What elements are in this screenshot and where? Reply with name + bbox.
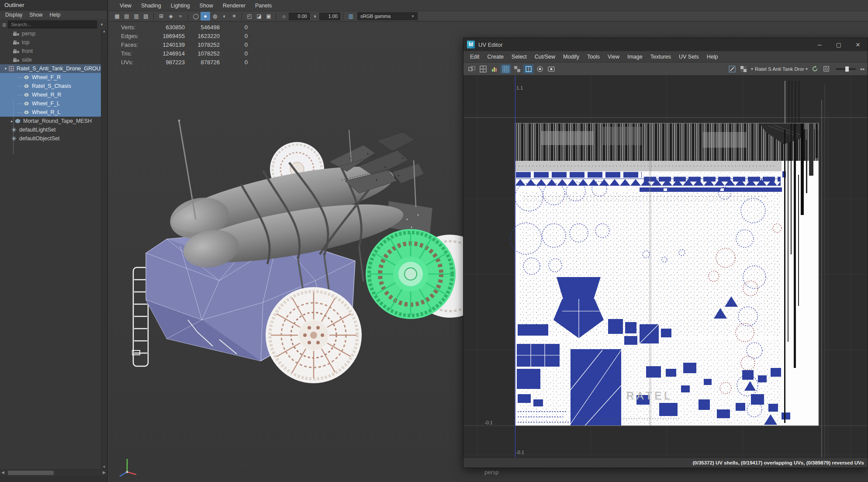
color-management-icon[interactable]: ▥: [346, 12, 356, 21]
uv-grid-blue-icon[interactable]: [500, 64, 511, 74]
menu-lighting[interactable]: Lighting: [166, 3, 195, 9]
menu-uv-sets[interactable]: UV Sets: [675, 54, 703, 60]
outliner-item-mortar-mesh[interactable]: ▸ Mortar_Round_Tape_MESH: [0, 117, 101, 125]
textured-icon[interactable]: ◍: [210, 12, 220, 21]
menu-cut-sew[interactable]: Cut/Sew: [531, 54, 559, 60]
scroll-right-icon[interactable]: ▶: [103, 470, 106, 475]
close-button[interactable]: ✕: [848, 38, 868, 51]
uv-texture-borders-icon[interactable]: [523, 64, 534, 74]
grid-top-icon[interactable]: ▤: [122, 12, 131, 21]
outliner-item-group[interactable]: ▼ Ratel_S_Anti_Tank_Drone_GROUP: [0, 64, 101, 73]
uv-distortion-icon[interactable]: [489, 64, 500, 74]
separator: [153, 13, 154, 20]
exposure-field[interactable]: [289, 13, 310, 20]
poly-count-hud: Verts:6308505464980 Edges:18694551623220…: [121, 23, 248, 67]
menu-textures[interactable]: Textures: [647, 54, 675, 60]
outliner-item-top[interactable]: top: [0, 38, 101, 47]
wireframe-icon[interactable]: ◯: [191, 12, 201, 21]
minimize-button[interactable]: ─: [810, 38, 829, 51]
grid-label-1-1: 1.1: [516, 85, 523, 90]
maya-app: { "outliner": { "title": "Outliner", "me…: [0, 0, 868, 482]
menu-view[interactable]: View: [604, 54, 623, 60]
grid-side-icon[interactable]: ▥: [131, 12, 141, 21]
uv-shade-icon[interactable]: [534, 64, 545, 74]
front-wheel-white: [266, 287, 362, 383]
outliner-item-persp[interactable]: persp: [0, 29, 101, 38]
grid-label-left: -0.1: [484, 420, 493, 425]
outliner-item-wheel-r-l[interactable]: Wheel_R_L: [0, 108, 101, 117]
tree-connector: [17, 104, 23, 104]
maximize-button[interactable]: ▢: [829, 38, 848, 51]
isolate-select-icon[interactable]: ◰: [245, 12, 254, 21]
menu-create[interactable]: Create: [484, 54, 508, 60]
menu-edit[interactable]: Edit: [466, 54, 484, 60]
menu-display[interactable]: Display: [2, 12, 26, 18]
scrollbar-thumb[interactable]: [8, 471, 54, 475]
texture-name: Ratel S Anti Tank Dror: [755, 66, 804, 72]
uv-layout-icon[interactable]: [477, 64, 488, 74]
outliner-item-default-light-set[interactable]: defaultLightSet: [0, 125, 101, 134]
refresh-icon[interactable]: [809, 64, 820, 74]
filter-icon[interactable]: ▥: [2, 22, 6, 27]
menu-renderer[interactable]: Renderer: [218, 3, 250, 9]
menu-modify[interactable]: Modify: [559, 54, 583, 60]
menu-tools[interactable]: Tools: [583, 54, 604, 60]
expand-arrow-icon[interactable]: ▸: [9, 119, 15, 123]
outliner-item-default-object-set[interactable]: defaultObjectSet: [0, 134, 101, 143]
snap-curve-icon[interactable]: ≈: [176, 12, 185, 21]
uv-texture-edit-icon[interactable]: [727, 64, 738, 74]
uv-snapshot-icon[interactable]: [466, 64, 477, 74]
shaded-icon[interactable]: ●: [201, 12, 210, 21]
snap-point-icon[interactable]: ◈: [166, 12, 176, 21]
exposure-icon: ☼: [279, 12, 289, 21]
uv-canvas[interactable]: RATEL 1.1 -0.1 -0.1: [463, 76, 868, 458]
menu-help[interactable]: Help: [46, 12, 64, 18]
uv-checker-toggle-icon[interactable]: [512, 64, 522, 74]
outliner-item-wheel-r-r[interactable]: Wheel_R_R: [0, 90, 101, 99]
window-title: UV Editor: [478, 42, 503, 48]
outliner-horizontal-scrollbar[interactable]: ◀ ▶: [0, 469, 107, 476]
grid-all-icon[interactable]: ▦: [112, 12, 122, 21]
menu-show[interactable]: Show: [195, 3, 218, 9]
slider-thumb[interactable]: [845, 66, 849, 72]
use-lights-icon[interactable]: ☀: [229, 12, 239, 21]
menu-show[interactable]: Show: [26, 12, 46, 18]
item-label: persp: [22, 31, 35, 37]
menu-help[interactable]: Help: [703, 54, 722, 60]
menu-view[interactable]: View: [115, 3, 136, 9]
menu-shading[interactable]: Shading: [136, 3, 166, 9]
toolbar-overflow-icon[interactable]: ▸▸: [861, 66, 865, 71]
dim-image-slider[interactable]: [836, 68, 856, 70]
panel-menubar: View Shading Lighting Show Renderer Pane…: [109, 0, 868, 11]
uv-editor-titlebar[interactable]: M UV Editor ─ ▢ ✕: [463, 38, 868, 51]
gamma-field[interactable]: [319, 13, 340, 20]
uv-image-icon[interactable]: [546, 64, 557, 74]
scroll-up-icon[interactable]: ▲: [103, 29, 106, 33]
menu-image[interactable]: Image: [623, 54, 647, 60]
camera-mask-icon[interactable]: ▣: [264, 12, 273, 21]
expand-arrow-icon[interactable]: ▼: [3, 67, 9, 71]
outliner-item-chasis[interactable]: Ratel_S_Chasis: [0, 82, 101, 90]
outliner-item-front[interactable]: front: [0, 47, 101, 55]
xray-icon[interactable]: ◪: [254, 12, 264, 21]
uv-shells: RATEL: [510, 123, 819, 426]
bake-texture-icon[interactable]: [821, 64, 832, 74]
outliner-vertical-scrollbar[interactable]: ▲ ▼: [101, 29, 107, 469]
axis-gizmo: [116, 455, 138, 478]
view-transform-select[interactable]: sRGB gamma ▼: [357, 12, 418, 20]
texture-display-icon[interactable]: [738, 64, 749, 74]
texture-selector[interactable]: Ratel S Anti Tank Dror ▾: [755, 66, 808, 72]
wireframe-on-shaded-icon[interactable]: ◐: [220, 12, 229, 21]
chevron-down-icon[interactable]: ▾: [99, 22, 105, 27]
outliner-item-side[interactable]: side: [0, 55, 101, 64]
scroll-left-icon[interactable]: ◀: [1, 470, 4, 475]
chevron-down-icon[interactable]: ▾: [751, 66, 753, 71]
grid-quarter-icon[interactable]: ▧: [141, 12, 151, 21]
menu-panels[interactable]: Panels: [250, 3, 277, 9]
snap-grid-icon[interactable]: ⊞: [156, 12, 166, 21]
search-input[interactable]: [8, 21, 97, 28]
outliner-item-wheel-f-r[interactable]: Wheel_F_R: [0, 73, 101, 82]
menu-select[interactable]: Select: [508, 54, 531, 60]
outliner-item-wheel-f-l[interactable]: Wheel_F_L: [0, 99, 101, 108]
scroll-down-icon[interactable]: ▼: [103, 465, 106, 469]
